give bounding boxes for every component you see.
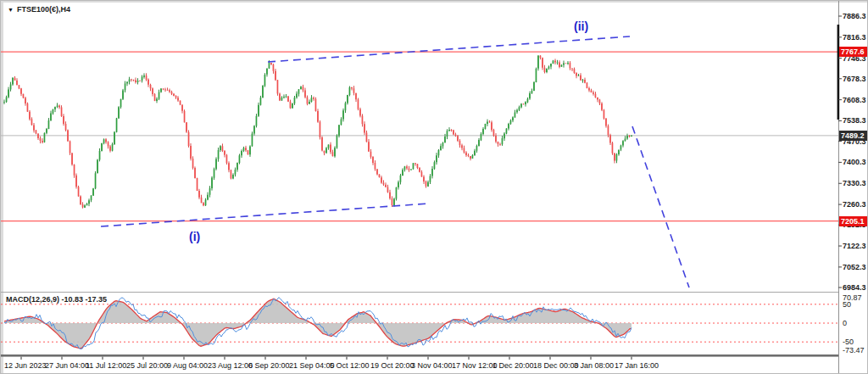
trendline-wave-ii-upper[interactable] xyxy=(268,36,630,62)
price-axis-label: 6984.3 xyxy=(843,283,866,292)
price-axis-label: 7122.3 xyxy=(843,242,866,250)
price-axis-label: 7816.3 xyxy=(843,33,866,42)
time-axis-label: 9 Aug 04:00 xyxy=(167,361,208,370)
trendline-projected-decline[interactable] xyxy=(632,126,689,287)
macd-axis-label: -50 xyxy=(843,338,854,346)
price-axis-label: 7608.3 xyxy=(843,96,866,104)
macd-histogram-area xyxy=(4,299,632,349)
price-axis-label: 7052.3 xyxy=(843,263,866,271)
bull-candle-wicks xyxy=(4,55,632,208)
time-axis-label: 17 Nov 12:00 xyxy=(452,361,498,370)
time-axis-label: 18 Dec 00:00 xyxy=(533,361,579,370)
time-axis-label: 1 Dec 20:00 xyxy=(492,361,534,370)
time-axis-label: 19 Oct 20:00 xyxy=(370,361,415,370)
time-axis-label: 27 Jun 04:00 xyxy=(45,361,89,370)
macd-axis-label: 0 xyxy=(843,319,847,327)
time-axis-label: 17 Jan 16:00 xyxy=(615,361,659,370)
dropdown-arrow-icon[interactable]: ▼ xyxy=(8,7,14,13)
time-axis-label: 11 Jul 12:00 xyxy=(86,361,126,370)
price-axis-label: 7260.3 xyxy=(843,200,866,209)
price-axis-label: 7538.3 xyxy=(843,116,866,125)
time-axis-label: 3 Nov 04:00 xyxy=(411,361,453,370)
time-axis-separator xyxy=(1,354,838,357)
bear-candle-wicks xyxy=(15,55,630,209)
time-axis-label: 21 Sep 04:00 xyxy=(289,361,335,370)
bear-candle-bodies xyxy=(14,55,631,207)
price-axis-label: 7330.3 xyxy=(843,179,866,187)
price-chart-canvas[interactable] xyxy=(1,1,868,374)
time-axis-label: 6 Sep 20:00 xyxy=(248,361,290,370)
symbol-selector[interactable]: ▼ FTSE100(€),H4 xyxy=(8,5,70,14)
time-axis-label: 23 Aug 12:00 xyxy=(208,361,253,370)
macd-indicator-label: MACD(12,26,9) -10.83 -17.35 xyxy=(6,295,107,304)
price-tag-current: 7489.2 xyxy=(839,131,868,141)
price-axis-label: 7400.3 xyxy=(843,158,866,166)
axis-edge-marker xyxy=(837,25,840,120)
trendline-wave-i-lower[interactable] xyxy=(101,204,429,226)
time-axis-label: 12 Jun 2023 xyxy=(4,361,47,370)
wave-i-annotation[interactable]: (i) xyxy=(189,230,200,243)
macd-axis-label: 50 xyxy=(843,300,851,309)
bull-candle-bodies xyxy=(3,55,632,207)
price-axis-label: 7886.3 xyxy=(843,12,866,20)
time-axis-label: 25 Jul 20:00 xyxy=(126,361,168,370)
price-axis-label: 7678.3 xyxy=(843,75,866,83)
price-tag-support: 7205.1 xyxy=(839,216,868,226)
time-axis-label: 3 Jan 08:00 xyxy=(574,361,614,370)
symbol-label: FTSE100(€),H4 xyxy=(17,5,70,14)
wave-ii-annotation[interactable]: (ii) xyxy=(574,20,588,33)
macd-axis-label: -73.47 xyxy=(843,346,865,354)
time-axis-label: 5 Oct 12:00 xyxy=(330,361,370,370)
price-tag-resistance: 7767.6 xyxy=(839,47,868,57)
trading-chart-window: ▼ FTSE100(€),H4 MACD(12,26,9) -10.83 -17… xyxy=(0,0,868,374)
